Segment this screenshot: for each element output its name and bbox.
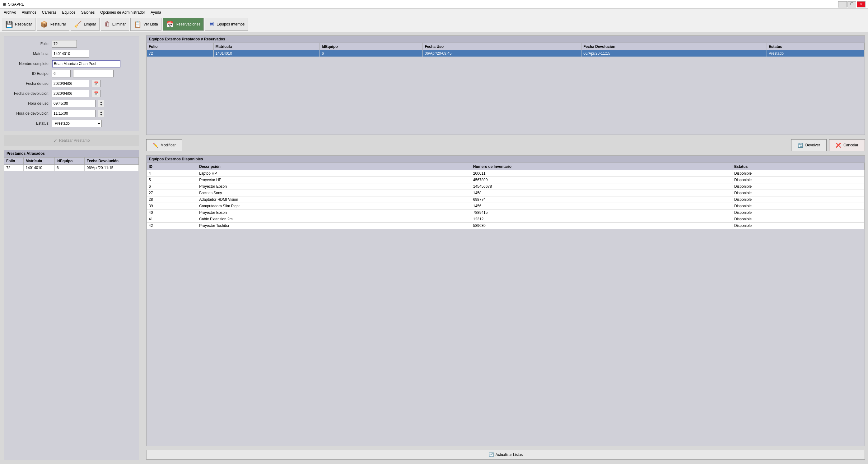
matricula-input[interactable] bbox=[52, 50, 89, 58]
nombre-row: Nombre completo: bbox=[9, 60, 134, 67]
hora-uso-label: Hora de uso: bbox=[9, 101, 50, 106]
fecha-uso-label: Fecha de uso: bbox=[9, 81, 50, 86]
hora-uso-spinner[interactable]: ▲▼ bbox=[98, 100, 104, 107]
equipos-externos-disponibles-title: Equipos Externos Disponibles bbox=[147, 156, 865, 163]
prestamos-atrasados-title: Prestamos Atrasados bbox=[4, 150, 139, 157]
cell-inventario: 4567899 bbox=[471, 177, 732, 184]
cell-descripcion: Proyector Epson bbox=[197, 209, 471, 216]
menu-salones[interactable]: Salones bbox=[79, 10, 97, 15]
restaurar-icon: 📦 bbox=[40, 21, 48, 28]
equipos-externos-prestados-table-container: Folio Matrícula IdEquipo Fecha Uso Fecha… bbox=[147, 43, 865, 135]
close-button[interactable]: ✕ bbox=[857, 1, 866, 7]
restaurar-button[interactable]: 📦 Restaurar bbox=[37, 18, 70, 31]
cancelar-label: Cancelar bbox=[843, 143, 858, 147]
cell-id: 6 bbox=[147, 184, 197, 190]
menu-equipos[interactable]: Equipos bbox=[59, 10, 78, 15]
table-row[interactable]: 28 Adaptador HDMI Vision 698774 Disponib… bbox=[147, 196, 865, 203]
idequipo-input2[interactable] bbox=[73, 70, 114, 77]
estatus-label: Estatus: bbox=[9, 121, 50, 126]
cell-descripcion: Computadora Slim Pight bbox=[197, 203, 471, 209]
cell-inventario: 12312 bbox=[471, 216, 732, 223]
col-fecha-uso-prestados: Fecha Uso bbox=[423, 43, 582, 51]
fecha-uso-calendar-button[interactable]: 📅 bbox=[92, 80, 100, 87]
menu-opciones[interactable]: Opciones de Administrador bbox=[98, 10, 148, 15]
table-row[interactable]: 72 14014010 6 06/Apr/20-11:15 bbox=[4, 165, 139, 171]
cell-fecha-uso: 06/Apr/20-09:45 bbox=[423, 51, 582, 57]
table-row[interactable]: 72 14014010 6 06/Apr/20-09:45 06/Apr/20-… bbox=[147, 51, 865, 57]
cell-estatus: Disponible bbox=[732, 223, 865, 229]
equipos-internos-icon: 🖥 bbox=[209, 21, 215, 28]
estatus-select[interactable]: Prestado Reservado Devuelto bbox=[52, 120, 102, 127]
table-row[interactable]: 39 Computadora Slim Pight 1456 Disponibl… bbox=[147, 203, 865, 209]
hora-dev-row: Hora de devolución: ▲▼ bbox=[9, 110, 134, 117]
hora-dev-input[interactable] bbox=[52, 110, 95, 117]
col-matricula-prestados: Matrícula bbox=[213, 43, 320, 51]
minimize-button[interactable]: — bbox=[838, 1, 847, 7]
menu-carreras[interactable]: Carreras bbox=[39, 10, 59, 15]
toolbar: 💾 Respaldar 📦 Restaurar 🧹 Limpiar 🗑 Elim… bbox=[0, 16, 868, 32]
cell-estatus: Disponible bbox=[732, 196, 865, 203]
table-row[interactable]: 5 Proyector HP 4567899 Disponible bbox=[147, 177, 865, 184]
cell-inventario: 200011 bbox=[471, 170, 732, 177]
cell-id: 28 bbox=[147, 196, 197, 203]
cell-estatus: Disponible bbox=[732, 177, 865, 184]
equipos-externos-disponibles-table-container: ID Descripción Número de Inventario Esta… bbox=[147, 163, 865, 446]
cell-descripcion: Laptop HP bbox=[197, 170, 471, 177]
table-row[interactable]: 4 Laptop HP 200011 Disponible bbox=[147, 170, 865, 177]
table-row[interactable]: 27 Bocinas Sony 1458 Disponible bbox=[147, 190, 865, 196]
title-bar: 🖥 SISAPRE — ❐ ✕ bbox=[0, 0, 868, 9]
fecha-uso-input[interactable] bbox=[52, 80, 89, 87]
limpiar-button[interactable]: 🧹 Limpiar bbox=[71, 18, 99, 31]
modificar-button[interactable]: ✏️ Modificar bbox=[146, 139, 182, 151]
cell-id: 39 bbox=[147, 203, 197, 209]
cell-inventario: 145456678 bbox=[471, 184, 732, 190]
menu-archivo[interactable]: Archivo bbox=[1, 10, 19, 15]
table-row[interactable]: 42 Proyector Toshiba 589630 Disponible bbox=[147, 223, 865, 229]
table-row[interactable]: 6 Proyector Epson 145456678 Disponible bbox=[147, 184, 865, 190]
col-fecha-devolucion-prestados: Fecha Devolución bbox=[582, 43, 767, 51]
equipos-internos-button[interactable]: 🖥 Equipos Internos bbox=[205, 18, 248, 31]
form-section: Folio: Matrícula: Nombre completo: ID Eq… bbox=[4, 36, 139, 131]
prestamos-atrasados-table: Folio Matrícula IdEquipo Fecha Devolució… bbox=[4, 157, 139, 171]
menu-bar: Archivo Alumnos Carreras Equipos Salones… bbox=[0, 9, 868, 16]
reservaciones-button[interactable]: 📅 Reservaciones bbox=[163, 18, 204, 31]
cell-fecha-devolucion: 06/Apr/20-11:15 bbox=[85, 165, 139, 171]
eliminar-icon: 🗑 bbox=[104, 21, 111, 28]
hora-uso-input[interactable] bbox=[52, 100, 95, 107]
fecha-dev-input[interactable] bbox=[52, 90, 89, 97]
folio-input[interactable] bbox=[52, 40, 77, 47]
devolver-label: Devolver bbox=[805, 143, 820, 147]
check-circle-icon: ✓ bbox=[53, 138, 57, 143]
respaldar-label: Respaldar bbox=[15, 22, 32, 26]
respaldar-button[interactable]: 💾 Respaldar bbox=[2, 18, 35, 31]
cell-inventario: 1456 bbox=[471, 203, 732, 209]
cell-id: 41 bbox=[147, 216, 197, 223]
cancelar-button[interactable]: ❌ Cancelar bbox=[829, 139, 865, 151]
maximize-button[interactable]: ❐ bbox=[847, 1, 856, 7]
menu-ayuda[interactable]: Ayuda bbox=[148, 10, 164, 15]
eliminar-label: Eliminar bbox=[112, 22, 126, 26]
idequipo-input[interactable] bbox=[52, 70, 71, 77]
right-panel: Equipos Externos Prestados y Reservados … bbox=[143, 32, 868, 464]
actualizar-listas-button[interactable]: 🔄 Actualizar Listas bbox=[146, 450, 865, 460]
table-row[interactable]: 41 Cable Extension 2m 12312 Disponible bbox=[147, 216, 865, 223]
reservaciones-icon: 📅 bbox=[166, 21, 174, 28]
verlista-button[interactable]: 📋 Ver Lista bbox=[130, 18, 161, 31]
cell-matricula: 14014010 bbox=[213, 51, 320, 57]
fecha-dev-calendar-button[interactable]: 📅 bbox=[92, 90, 100, 97]
col-estatus-disponibles: Estatus bbox=[732, 163, 865, 170]
cell-fecha-devolucion: 06/Apr/20-11:15 bbox=[582, 51, 767, 57]
devolver-button[interactable]: ↩️ Devolver bbox=[791, 139, 827, 151]
main-content: Folio: Matrícula: Nombre completo: ID Eq… bbox=[0, 32, 868, 464]
hora-dev-spinner[interactable]: ▲▼ bbox=[98, 110, 104, 117]
col-matricula-atrasados: Matrícula bbox=[24, 158, 55, 165]
eliminar-button[interactable]: 🗑 Eliminar bbox=[101, 18, 129, 31]
realizar-prestamo-button[interactable]: ✓ Realizar Prestamo bbox=[4, 135, 139, 146]
menu-alumnos[interactable]: Alumnos bbox=[19, 10, 39, 15]
col-fecha-devolucion-atrasados: Fecha Devolución bbox=[85, 158, 139, 165]
cell-id: 40 bbox=[147, 209, 197, 216]
table-row[interactable]: 40 Proyector Epson 7889415 Disponible bbox=[147, 209, 865, 216]
fecha-dev-row: Fecha de devolución: 📅 bbox=[9, 90, 134, 97]
title-bar-controls: — ❐ ✕ bbox=[838, 1, 866, 7]
nombre-input[interactable] bbox=[52, 60, 120, 67]
